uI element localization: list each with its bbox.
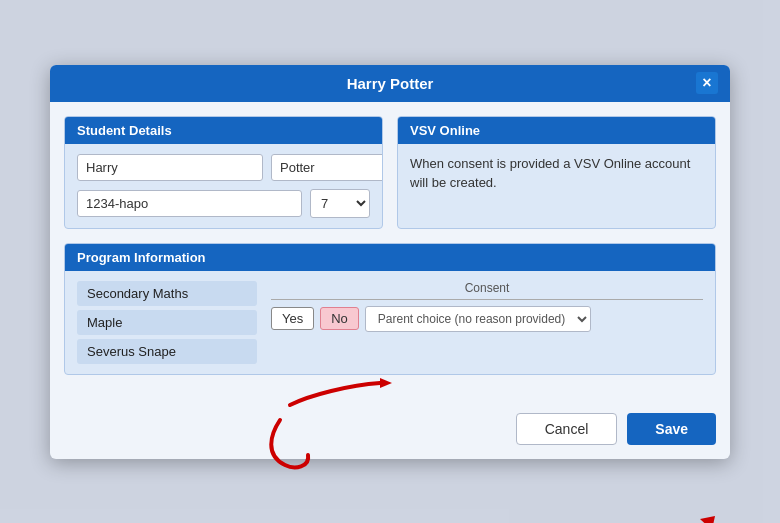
name-row [77, 154, 370, 181]
vsv-online-body: When consent is provided a VSV Online ac… [398, 144, 715, 203]
first-name-input[interactable] [77, 154, 263, 181]
consent-area: Consent Yes No Parent choice (no reason … [271, 281, 703, 332]
cancel-button[interactable]: Cancel [516, 413, 618, 445]
id-row: 7 8 9 10 11 12 [77, 189, 370, 218]
program-header: Program Information [65, 244, 715, 271]
svg-marker-1 [700, 516, 715, 524]
year-select[interactable]: 7 8 9 10 11 12 [310, 189, 370, 218]
list-item: Secondary Maths [77, 281, 257, 306]
close-button[interactable]: × [696, 72, 718, 94]
modal-title: Harry Potter [347, 75, 434, 92]
consent-title: Consent [271, 281, 703, 300]
consent-row: Yes No Parent choice (no reason provided… [271, 306, 591, 332]
program-body: Secondary Maths Maple Severus Snape [65, 271, 715, 374]
modal-overlay: Harry Potter × Student Details [0, 0, 780, 523]
modal-dialog: Harry Potter × Student Details [50, 65, 730, 459]
modal-header: Harry Potter × [50, 65, 730, 102]
student-id-input[interactable] [77, 190, 302, 217]
vsv-online-header: VSV Online [398, 117, 715, 144]
top-row: Student Details 7 [64, 116, 716, 229]
student-details-body: 7 8 9 10 11 12 [65, 144, 382, 228]
modal-wrapper: Harry Potter × Student Details [50, 65, 730, 459]
vsv-description: When consent is provided a VSV Online ac… [410, 156, 690, 191]
vsv-online-section: VSV Online When consent is provided a VS… [397, 116, 716, 229]
consent-select[interactable]: Parent choice (no reason provided) Stude… [365, 306, 591, 332]
yes-button[interactable]: Yes [271, 307, 314, 330]
student-details-header: Student Details [65, 117, 382, 144]
save-arrow [700, 516, 780, 524]
no-button[interactable]: No [320, 307, 359, 330]
list-item: Severus Snape [77, 339, 257, 364]
modal-body: Student Details 7 [50, 102, 730, 403]
list-item: Maple [77, 310, 257, 335]
save-button[interactable]: Save [627, 413, 716, 445]
program-section: Program Information Secondary Maths Mapl… [64, 243, 716, 375]
modal-footer: Cancel Save [50, 403, 730, 459]
program-list: Secondary Maths Maple Severus Snape [77, 281, 257, 364]
student-details-section: Student Details 7 [64, 116, 383, 229]
student-fields: 7 8 9 10 11 12 [77, 154, 370, 218]
consent-label-box: Consent Yes No Parent choice (no reason … [271, 281, 703, 332]
last-name-input[interactable] [271, 154, 383, 181]
